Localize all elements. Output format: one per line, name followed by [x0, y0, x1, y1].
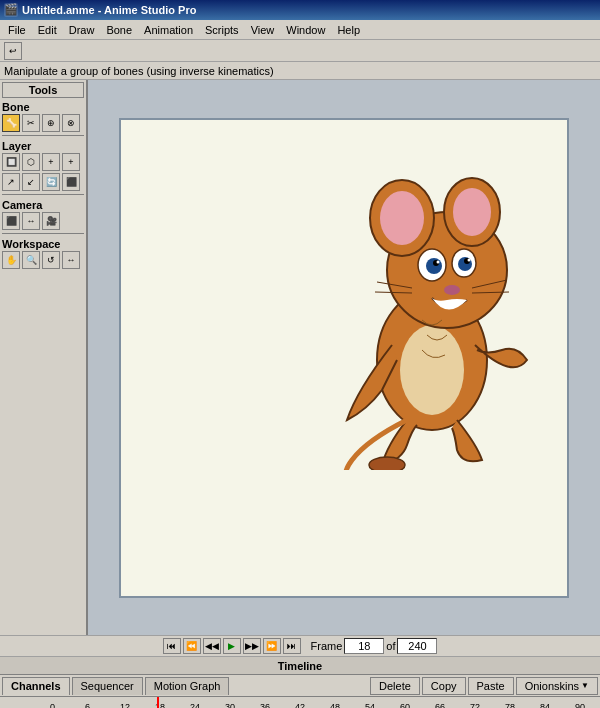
left-panel: Tools Bone 🦴 ✂ ⊕ ⊗ Layer 🔲 ⬡ + + ↗ ↙ 🔄 ⬛…: [0, 80, 88, 635]
workspace-tool-4[interactable]: ↔: [62, 251, 80, 269]
bone-tool-2[interactable]: ✂: [22, 114, 40, 132]
playback-bar: ⏮ ⏪ ◀◀ ▶ ▶▶ ⏩ ⏭ Frame of: [0, 635, 600, 657]
timeline-ruler: 0 6 12 18 24 30 36 42 48 54 60 66 72 78 …: [0, 697, 600, 708]
svg-point-4: [380, 191, 424, 245]
btn-prev-keyframe[interactable]: ⏪: [183, 638, 201, 654]
canvas-frame: [119, 118, 569, 598]
app-icon: 🎬: [4, 3, 18, 17]
layer-tool-2[interactable]: ⬡: [22, 153, 40, 171]
tools-header: Tools: [2, 82, 84, 98]
btn-delete[interactable]: Delete: [370, 677, 420, 695]
svg-point-14: [468, 258, 471, 261]
total-frames-input[interactable]: [397, 638, 437, 654]
layer-section-title: Layer: [2, 139, 84, 153]
character-svg: [317, 150, 537, 470]
btn-play[interactable]: ▶: [223, 638, 241, 654]
layer-tool-7[interactable]: 🔄: [42, 173, 60, 191]
workspace-tool-2[interactable]: 🔍: [22, 251, 40, 269]
bone-tool-1[interactable]: 🦴: [2, 114, 20, 132]
svg-point-15: [444, 285, 460, 295]
frame-number-input[interactable]: [344, 638, 384, 654]
main-layout: Tools Bone 🦴 ✂ ⊕ ⊗ Layer 🔲 ⬡ + + ↗ ↙ 🔄 ⬛…: [0, 80, 600, 635]
btn-copy[interactable]: Copy: [422, 677, 466, 695]
canvas-area[interactable]: [88, 80, 600, 635]
menu-bar: File Edit Draw Bone Animation Scripts Vi…: [0, 20, 600, 40]
btn-first-frame[interactable]: ⏮: [163, 638, 181, 654]
menu-help[interactable]: Help: [331, 22, 366, 38]
status-bar: Manipulate a group of bones (using inver…: [0, 62, 600, 80]
menu-edit[interactable]: Edit: [32, 22, 63, 38]
layer-tool-4[interactable]: +: [62, 153, 80, 171]
timeline-header: Timeline: [0, 657, 600, 675]
workspace-tool-3[interactable]: ↺: [42, 251, 60, 269]
divider-1: [2, 135, 84, 136]
frame-label: Frame: [311, 640, 343, 652]
layer-tool-1[interactable]: 🔲: [2, 153, 20, 171]
divider-3: [2, 233, 84, 234]
bone-tool-4[interactable]: ⊗: [62, 114, 80, 132]
layer-tool-3[interactable]: +: [42, 153, 60, 171]
btn-last-frame[interactable]: ⏭: [283, 638, 301, 654]
toolbar-row: ↩: [0, 40, 600, 62]
window-title: Untitled.anme - Anime Studio Pro: [22, 4, 196, 16]
playhead[interactable]: [157, 697, 159, 708]
svg-point-13: [437, 260, 440, 263]
menu-draw[interactable]: Draw: [63, 22, 101, 38]
layer-tool-5[interactable]: ↗: [2, 173, 20, 191]
layer-tools-row1: 🔲 ⬡ + +: [2, 153, 84, 171]
camera-tools-row: ⬛ ↔ 🎥: [2, 212, 84, 230]
menu-view[interactable]: View: [245, 22, 281, 38]
btn-paste[interactable]: Paste: [468, 677, 514, 695]
layer-tool-6[interactable]: ↙: [22, 173, 40, 191]
layer-tool-8[interactable]: ⬛: [62, 173, 80, 191]
workspace-tools-row: ✋ 🔍 ↺ ↔: [2, 251, 84, 269]
btn-prev-frame[interactable]: ◀◀: [203, 638, 221, 654]
status-text: Manipulate a group of bones (using inver…: [4, 65, 274, 77]
bone-tools-row: 🦴 ✂ ⊕ ⊗: [2, 114, 84, 132]
workspace-section-title: Workspace: [2, 237, 84, 251]
svg-point-6: [453, 188, 491, 236]
bone-tool-3[interactable]: ⊕: [42, 114, 60, 132]
onionskins-dropdown-arrow: ▼: [581, 681, 589, 690]
workspace-tool-1[interactable]: ✋: [2, 251, 20, 269]
camera-tool-3[interactable]: 🎥: [42, 212, 60, 230]
camera-section-title: Camera: [2, 198, 84, 212]
btn-next-frame[interactable]: ▶▶: [243, 638, 261, 654]
divider-2: [2, 194, 84, 195]
of-label: of: [386, 640, 395, 652]
svg-point-20: [369, 457, 405, 470]
tab-channels[interactable]: Channels: [2, 677, 70, 695]
camera-tool-1[interactable]: ⬛: [2, 212, 20, 230]
camera-tool-2[interactable]: ↔: [22, 212, 40, 230]
timeline-area: Timeline Channels Sequencer Motion Graph…: [0, 657, 600, 708]
menu-file[interactable]: File: [2, 22, 32, 38]
tab-sequencer[interactable]: Sequencer: [72, 677, 143, 695]
layer-tools-row2: ↗ ↙ 🔄 ⬛: [2, 173, 84, 191]
bone-section-title: Bone: [2, 100, 84, 114]
timeline-tabs-row: Channels Sequencer Motion Graph Delete C…: [0, 675, 600, 697]
toolbar-btn-1[interactable]: ↩: [4, 42, 22, 60]
btn-next-keyframe[interactable]: ⏩: [263, 638, 281, 654]
menu-bone[interactable]: Bone: [100, 22, 138, 38]
svg-point-9: [426, 258, 442, 274]
title-bar: 🎬 Untitled.anme - Anime Studio Pro: [0, 0, 600, 20]
menu-animation[interactable]: Animation: [138, 22, 199, 38]
canvas-content: [121, 120, 567, 596]
btn-onionskins[interactable]: Onionskins ▼: [516, 677, 598, 695]
menu-scripts[interactable]: Scripts: [199, 22, 245, 38]
menu-window[interactable]: Window: [280, 22, 331, 38]
tab-motion-graph[interactable]: Motion Graph: [145, 677, 230, 695]
